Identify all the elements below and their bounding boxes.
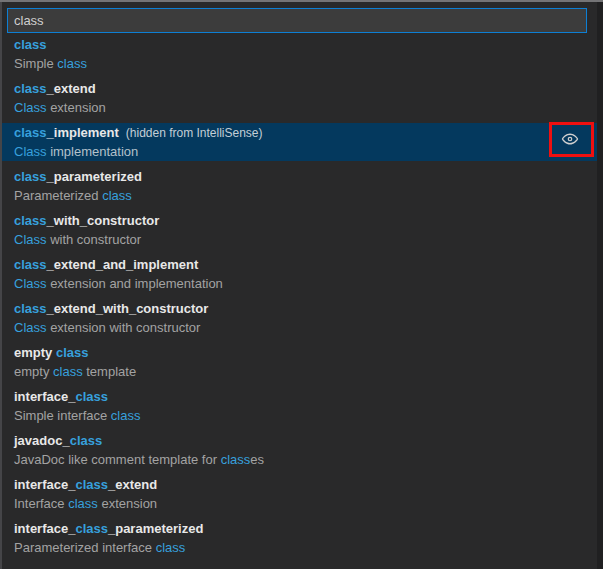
list-item[interactable]: interface_class Simple interface class [2,387,597,425]
item-label-line: interface_class [14,387,593,406]
item-description: Interface class extension [14,494,593,513]
match-segment: class [14,37,47,52]
text-segment: _implement [47,125,119,140]
eye-icon-button[interactable] [560,129,580,149]
match-segment: class [70,433,103,448]
item-label: empty class [14,345,88,360]
text-segment: _with_constructor [47,213,160,228]
text-segment: Parameterized interface [14,540,156,555]
text-segment: _extend [108,477,157,492]
item-label: interface_class [14,389,108,404]
item-description: empty class template [14,362,593,381]
list-item[interactable]: class_extend_and_implement Class extensi… [2,255,597,293]
item-description: Simple class [14,54,593,73]
match-segment: Class [14,232,47,247]
match-segment: class [14,257,47,272]
item-description: Parameterized class [14,186,593,205]
item-label-line: class_implement(hidden from IntelliSense… [14,123,593,142]
text-segment: javadoc_ [14,433,70,448]
item-label-line: class_extend_with_constructor [14,299,593,318]
match-segment: Class [14,320,47,335]
item-suffix: (hidden from IntelliSense) [126,126,263,140]
item-description: Parameterized interface class [14,538,593,557]
text-segment: _parameterized [47,169,142,184]
match-segment: class [57,56,87,71]
list-item[interactable]: class_extend Class extension [2,79,597,117]
search-input[interactable] [7,8,587,33]
item-label: class_implement [14,125,119,140]
list-item[interactable]: class_extend_with_constructor Class exte… [2,299,597,337]
text-segment: empty [14,364,53,379]
list-item[interactable]: class_parameterized Parameterized class [2,167,597,205]
text-segment: extension [98,496,157,511]
match-segment: class [102,188,132,203]
item-label-line: class_parameterized [14,167,593,186]
text-segment: Parameterized [14,188,102,203]
item-label: class_extend_with_constructor [14,301,208,316]
list-item[interactable]: empty class empty class template [2,343,597,381]
item-label: class_extend [14,81,96,96]
text-segment: interface_ [14,389,75,404]
text-segment: _extend_with_constructor [47,301,209,316]
text-segment: implementation [47,144,139,159]
text-segment: extension with constructor [47,320,201,335]
match-segment: Class [14,276,47,291]
suggestion-list: class Simple class class_extend Class ex… [2,33,597,557]
match-segment: Class [14,100,47,115]
item-label: class [14,37,47,52]
match-segment: class [75,389,108,404]
list-item[interactable]: interface_class_parameterized Parameteri… [2,519,597,557]
item-description: Class extension with constructor [14,318,593,337]
item-label: class_with_constructor [14,213,159,228]
text-segment: es [250,452,264,467]
item-label: interface_class_parameterized [14,521,203,536]
match-segment: class [14,213,47,228]
list-item[interactable]: javadoc_class JavaDoc like comment templ… [2,431,597,469]
item-label-line: class_extend_and_implement [14,255,593,274]
text-segment: _parameterized [108,521,203,536]
item-label: javadoc_class [14,433,102,448]
text-segment: template [83,364,136,379]
match-segment: class [14,301,47,316]
text-segment: _extend_and_implement [47,257,199,272]
item-label-line: interface_class_extend [14,475,593,494]
match-segment: class [68,496,98,511]
item-label-line: class_extend [14,79,593,98]
match-segment: class [75,477,108,492]
match-segment: class [14,125,47,140]
item-description: Simple interface class [14,406,593,425]
text-segment: Simple [14,56,57,71]
list-item[interactable]: class_with_constructor Class with constr… [2,211,597,249]
search-box-container [2,2,597,33]
text-segment: Simple interface [14,408,111,423]
list-item[interactable]: class Simple class [2,35,597,73]
item-description: Class extension and implementation [14,274,593,293]
text-segment: interface_ [14,477,75,492]
item-description: JavaDoc like comment template for classe… [14,450,593,469]
text-segment: _extend [47,81,96,96]
text-segment: empty [14,345,56,360]
item-description: Class implementation [14,142,593,161]
match-segment: class [14,169,47,184]
item-label-line: class [14,35,593,54]
item-label-line: interface_class_parameterized [14,519,593,538]
quick-pick-widget: class Simple class class_extend Class ex… [0,2,597,569]
item-label: class_parameterized [14,169,142,184]
item-label-line: class_with_constructor [14,211,593,230]
match-segment: class [14,81,47,96]
match-segment: class [111,408,141,423]
match-segment: class [221,452,251,467]
match-segment: class [75,521,108,536]
text-segment: interface_ [14,521,75,536]
match-segment: class [156,540,186,555]
item-label: interface_class_extend [14,477,157,492]
item-description: Class extension [14,98,593,117]
match-segment: class [56,345,89,360]
text-segment: JavaDoc like comment template for [14,452,221,467]
text-segment: with constructor [47,232,142,247]
list-item[interactable]: class_implement(hidden from IntelliSense… [0,123,597,161]
item-description: Class with constructor [14,230,593,249]
list-item[interactable]: interface_class_extend Interface class e… [2,475,597,513]
text-segment: Interface [14,496,68,511]
match-segment: class [53,364,83,379]
